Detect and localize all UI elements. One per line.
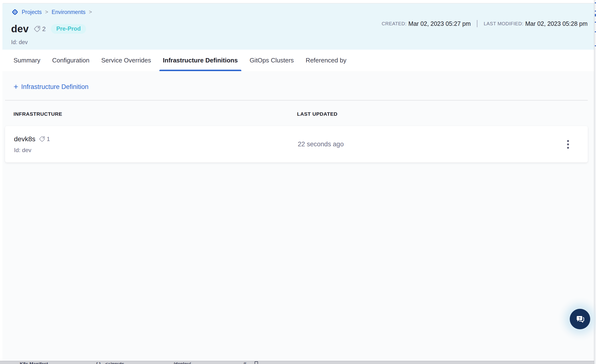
background-text: <+inputs bbox=[105, 361, 124, 364]
last-modified-label: LAST MODIFIED: bbox=[484, 21, 523, 27]
tags-indicator[interactable]: 1 bbox=[39, 136, 50, 142]
chat-question-icon: ? bbox=[574, 313, 586, 325]
table-header: INFRASTRUCTURE LAST UPDATED bbox=[2, 101, 594, 117]
infrastructure-cell: devk8s 1 Id: de bbox=[14, 135, 298, 154]
background-text: /deploy/ bbox=[174, 361, 191, 364]
page-title: dev bbox=[11, 23, 29, 35]
tag-icon bbox=[39, 136, 45, 142]
svg-text:?: ? bbox=[578, 316, 580, 320]
breadcrumb-projects-link[interactable]: Projects bbox=[22, 9, 42, 15]
chevron-right-icon: > bbox=[45, 9, 49, 15]
tags-indicator[interactable]: 2 bbox=[34, 25, 45, 33]
column-infrastructure: INFRASTRUCTURE bbox=[14, 111, 297, 117]
infrastructure-definitions-panel: + Infrastructure Definition INFRASTRUCTU… bbox=[2, 71, 594, 163]
help-resource-center-button[interactable]: ? bbox=[570, 309, 590, 329]
divider bbox=[477, 20, 477, 27]
tab[interactable]: Configuration bbox=[52, 50, 89, 71]
tab-label: Summary bbox=[14, 57, 40, 64]
background-text: K8s Manifest bbox=[20, 361, 48, 364]
column-last-updated: LAST UPDATED bbox=[297, 111, 337, 117]
table-body: devk8s 1 Id: de bbox=[2, 126, 594, 163]
background-text: // bbox=[244, 361, 246, 364]
breadcrumb: Projects > Environments > bbox=[11, 8, 594, 16]
background-window-edge bbox=[594, 0, 596, 364]
infrastructure-name[interactable]: devk8s bbox=[14, 135, 36, 143]
timestamps: CREATED: Mar 02, 2023 05:27 pm LAST MODI… bbox=[382, 20, 588, 28]
braces-icon: { } bbox=[96, 361, 101, 364]
tag-count: 1 bbox=[47, 136, 50, 142]
last-updated-cell: 22 seconds ago bbox=[298, 141, 563, 148]
infrastructure-id: Id: dev bbox=[14, 147, 298, 154]
environment-header: Projects > Environments > dev 2 Pre-Prod… bbox=[2, 3, 594, 50]
tab-label: GitOps Clusters bbox=[250, 57, 294, 64]
tab-label: Configuration bbox=[52, 57, 89, 64]
environment-type-badge: Pre-Prod bbox=[51, 24, 86, 34]
tab[interactable]: GitOps Clusters bbox=[250, 50, 294, 71]
breadcrumb-environments-link[interactable]: Environments bbox=[52, 9, 86, 15]
tab[interactable]: Infrastructure Definitions bbox=[163, 50, 238, 71]
environment-id: Id: dev bbox=[11, 39, 594, 45]
tab-label: Referenced by bbox=[306, 57, 346, 64]
tab-label: Service Overrides bbox=[101, 57, 151, 64]
tab[interactable]: Summary bbox=[14, 50, 40, 71]
tab[interactable]: Service Overrides bbox=[101, 50, 151, 71]
tag-icon bbox=[34, 25, 41, 33]
tab-bar: Summary Configuration Service Overrides … bbox=[2, 50, 594, 71]
environment-details-page: Projects > Environments > dev 2 Pre-Prod… bbox=[2, 3, 594, 361]
project-diamond-icon bbox=[11, 8, 19, 16]
tab-label: Infrastructure Definitions bbox=[163, 57, 238, 64]
created-label: CREATED: bbox=[382, 21, 407, 27]
add-infrastructure-definition-button[interactable]: + Infrastructure Definition bbox=[14, 83, 89, 91]
background-window-strip: K8s Manifest { } <+inputs /deploy/ // bbox=[0, 361, 596, 364]
chevron-right-icon: > bbox=[89, 9, 93, 15]
add-infrastructure-definition-label: Infrastructure Definition bbox=[21, 83, 89, 91]
plus-icon: + bbox=[14, 82, 18, 91]
created-value: Mar 02, 2023 05:27 pm bbox=[409, 20, 471, 27]
tab[interactable]: Referenced by bbox=[306, 50, 346, 71]
last-modified-value: Mar 02, 2023 05:28 pm bbox=[525, 20, 588, 27]
document-icon bbox=[255, 361, 258, 364]
row-options-menu-button[interactable] bbox=[563, 137, 573, 152]
tag-count: 2 bbox=[42, 25, 45, 33]
table-row[interactable]: devk8s 1 Id: de bbox=[5, 126, 588, 163]
